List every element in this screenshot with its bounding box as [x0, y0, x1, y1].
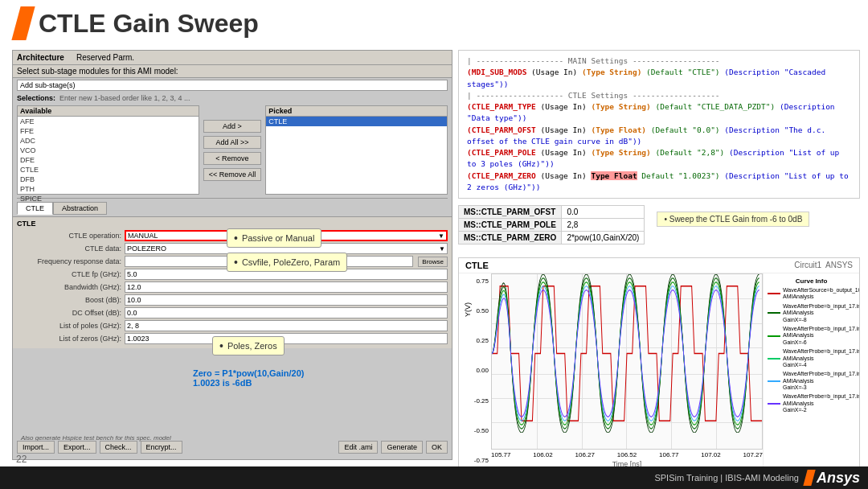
- avail-picked-section: Available AFE FFE ADC VCO DFE CTLE DFB P…: [13, 104, 452, 196]
- selections-hint: Enter new 1-based order like 1, 2, 3, 4 …: [59, 94, 190, 102]
- add-sub-row[interactable]: Add sub-stage(s): [17, 80, 448, 91]
- chart-inner: 0.75 0.50 0.25 0.00 -0.25 -0.50 -0.75: [459, 273, 859, 468]
- bottom-bar-text: SPISim Training | IBIS-AMI Modeling: [654, 473, 799, 483]
- available-title: Available: [18, 106, 199, 117]
- browse-button[interactable]: Browse: [418, 257, 448, 267]
- ok-button[interactable]: OK: [426, 441, 448, 454]
- avail-item-vco[interactable]: VCO: [18, 146, 199, 155]
- right-panel: | ------------------- MAIN Settings ----…: [458, 50, 860, 465]
- chart-title: CTLE: [465, 261, 489, 270]
- import-button[interactable]: Import...: [17, 441, 55, 454]
- callout-text-passive: Passive or Manual: [242, 233, 315, 243]
- arch-title: Architecture: [17, 53, 64, 62]
- param-label-fp: CTLE fp (GHz):: [17, 270, 121, 278]
- ansys-logo-text: Ansys: [817, 470, 860, 487]
- param-input-poles[interactable]: [125, 320, 448, 331]
- xaxis-tick-4: 106.52: [617, 451, 637, 458]
- yaxis-label-050: 0.50: [476, 307, 489, 314]
- code-block: | ------------------- MAIN Settings ----…: [458, 50, 860, 199]
- xaxis-tick-5: 106.77: [659, 451, 678, 458]
- callout-passive-manual: Passive or Manual: [227, 228, 321, 248]
- param-label-freq: Frequency response data:: [17, 257, 121, 265]
- avail-item-dfe[interactable]: DFE: [18, 155, 199, 165]
- code-line-ctle-settings: | ------------------- CTLE Settings ----…: [467, 90, 851, 101]
- generate-button[interactable]: Generate: [381, 441, 423, 454]
- callout-csvfile: Csvfile, PoleZero, Param: [227, 253, 347, 272]
- ms-params-table: MS::CTLE_PARM_OFST 0.0 MS::CTLE_PARM_POL…: [458, 205, 645, 244]
- zero-eq-line1: Zero = P1*pow(10,Gain/20): [193, 368, 304, 378]
- check-button[interactable]: Check...: [100, 441, 137, 454]
- yaxis-label-000: 0.00: [476, 367, 489, 374]
- remove-button[interactable]: < Remove: [203, 152, 262, 165]
- callout-text-csv: Csvfile, PoleZero, Param: [242, 257, 340, 267]
- avail-item-adc[interactable]: ADC: [18, 136, 199, 146]
- xaxis-tick-2: 106.02: [533, 451, 552, 458]
- chart-title-row: CTLE Circuit1 ANSYS: [459, 258, 859, 273]
- code-line-mdi: (MDI_SUB_MODS (Usage In) (Type String) (…: [467, 67, 851, 90]
- add-button[interactable]: Add >: [203, 120, 262, 133]
- bottom-buttons-row: Import... Export... Check... Encrypt... …: [13, 438, 452, 456]
- callout-poles-zeros: Poles, Zeros: [212, 336, 285, 355]
- dropdown-arrow-operation: ▼: [438, 232, 444, 240]
- encrypt-button[interactable]: Encrypt...: [141, 441, 182, 454]
- avail-item-ffe[interactable]: FFE: [18, 126, 199, 136]
- legend-item-gain3: WaveAfterProbe=b_input_17.int_ami_rx>AMI…: [768, 371, 855, 391]
- remove-all-button[interactable]: << Remove All: [203, 168, 262, 181]
- edit-ami-button[interactable]: Edit .ami: [338, 441, 378, 454]
- param-input-dcoffset[interactable]: [125, 307, 448, 318]
- legend-label-gain2: WaveAfterProbe=b_input_17.int_ami_rx>AMI…: [783, 393, 860, 413]
- param-input-bw[interactable]: [125, 281, 448, 293]
- param-input-zeros[interactable]: [125, 333, 448, 344]
- yaxis-label-n075: -0.75: [474, 457, 489, 464]
- code-line-main-settings: | ------------------- MAIN Settings ----…: [467, 55, 851, 67]
- param-label-zeros: List of zeros (GHz):: [17, 335, 121, 343]
- param-value-data: POLEZERO: [127, 244, 166, 253]
- callout-text-poles: Poles, Zeros: [227, 341, 277, 351]
- zero-equation: Zero = P1*pow(10,Gain/20) 1.0023 is -6dB: [193, 368, 304, 388]
- param-label-bw: Bandwidth (GHz):: [17, 283, 121, 291]
- param-label-operation: CTLE operation:: [17, 232, 121, 240]
- waveform-svg: [492, 274, 762, 433]
- param-row-bw: Bandwidth (GHz):: [17, 281, 448, 293]
- legend-label-source: WaveAfterSource=b_output_10.int_ami_tx>A…: [783, 287, 860, 301]
- legend-title: Curve Info: [768, 277, 855, 285]
- sweep-note-text: Sweep the CTLE Gain from -6 to 0dB: [669, 215, 803, 224]
- tab-abstraction[interactable]: Abstraction: [53, 202, 107, 215]
- xaxis-tick-1: 105.77: [491, 451, 510, 458]
- ms-val-zero: 2*pow(10,GainX/20): [562, 232, 645, 244]
- chart-subtitle: Circuit1 ANSYS: [794, 261, 853, 270]
- avail-item-dfb[interactable]: DFB: [18, 175, 199, 184]
- available-box: Available AFE FFE ADC VCO DFE CTLE DFB P…: [17, 105, 199, 195]
- param-input-boost[interactable]: [125, 294, 448, 306]
- yaxis-label-n050: -0.50: [474, 427, 489, 434]
- legend-label-gain6: WaveAfterProbe=b_input_17.int_ami_rx>AMI…: [783, 326, 860, 346]
- select-label: Select sub-stage modules for this AMI mo…: [13, 65, 452, 78]
- reserved-parm-title: Reserved Parm.: [76, 53, 134, 62]
- page-title: CTLE Gain Sweep: [39, 9, 259, 39]
- ctle-chart: CTLE Circuit1 ANSYS 0.75 0.50 0.25 0.00 …: [458, 257, 860, 475]
- ms-val-ofst: 0.0: [562, 206, 645, 219]
- ansys-logo: Ansys: [805, 470, 860, 487]
- avail-item-pth[interactable]: PTH: [18, 184, 199, 194]
- param-row-boost: Boost (dB):: [17, 294, 448, 306]
- ms-val-pole: 2,8: [562, 219, 645, 232]
- tabs-row: CTLE Abstraction: [13, 200, 452, 217]
- avail-item-afe[interactable]: AFE: [18, 117, 199, 126]
- selections-row: Selections: Enter new 1-based order like…: [13, 92, 452, 104]
- chart-xaxis: 105.77 106.02 106.27 106.52 106.77 107.0…: [491, 450, 763, 460]
- ms-row-ofst: MS::CTLE_PARM_OFST 0.0: [459, 206, 645, 219]
- export-button[interactable]: Export...: [58, 441, 96, 454]
- ctle-section-title: CTLE: [17, 220, 448, 228]
- xaxis-tick-7: 107.27: [743, 451, 763, 458]
- param-label-dcoffset: DC Offset (dB):: [17, 309, 121, 317]
- ms-key-ofst: MS::CTLE_PARM_OFST: [459, 206, 562, 219]
- code-line-pole: (CTLE_PARM_POLE (Usage In) (Type String)…: [467, 147, 851, 171]
- add-all-button[interactable]: Add All >>: [203, 136, 262, 149]
- tab-ctle[interactable]: CTLE: [17, 202, 53, 215]
- code-line-type: (CTLE_PARM_TYPE (Usage In) (Type String)…: [467, 101, 851, 125]
- arch-section: Architecture Reserved Parm.: [13, 51, 452, 65]
- xaxis-tick-6: 107.02: [701, 451, 720, 458]
- picked-item-ctle[interactable]: CTLE: [266, 117, 447, 126]
- legend-item-gain8: WaveAfterProbe=b_input_17.int_ami_rx>AMI…: [768, 303, 855, 323]
- avail-item-ctle[interactable]: CTLE: [18, 165, 199, 175]
